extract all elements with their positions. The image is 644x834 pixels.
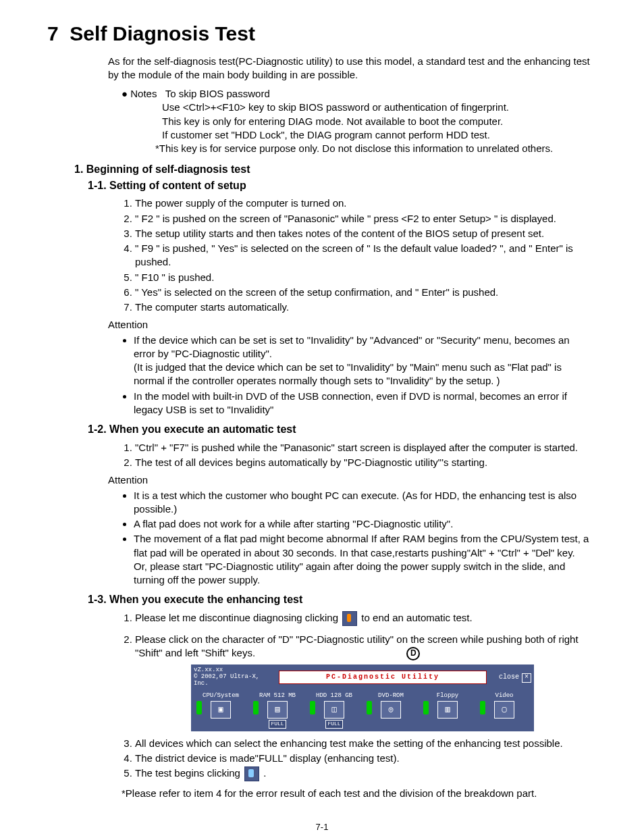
diag-device-item[interactable]: HDD 128 GB◫FULL — [307, 692, 361, 729]
diag-copyright: © 2002,07 Ultra-X, Inc. — [194, 674, 275, 687]
status-light-icon — [367, 701, 372, 714]
attention-label: Attention — [108, 318, 610, 332]
step-text: . — [263, 767, 266, 779]
notes-line: This key is only for entering DIAG mode.… — [162, 115, 603, 128]
attention-item: If the device which can be set is set to… — [134, 334, 590, 388]
notes-line: If customer set "HDD Lock", the DIAG pro… — [162, 128, 603, 142]
step-item: The computer starts automatically. — [135, 301, 590, 314]
page-number: 7-1 — [34, 821, 610, 833]
step-item: The test of all devices begins automatic… — [135, 456, 590, 469]
step-item: " F9 " is pushed, " Yes" is selected on … — [135, 242, 590, 269]
step-item: The district device is made"FULL" displa… — [135, 752, 590, 765]
step-item: " F2 " is pushed on the screen of "Panas… — [135, 212, 590, 226]
step-text: Please click on the character of "D" "PC… — [135, 633, 579, 658]
close-icon[interactable]: × — [522, 673, 531, 683]
diag-close-area: close× — [491, 673, 531, 683]
intro-paragraph: As for the self-diagnosis test(PC-Diagno… — [108, 55, 597, 82]
step-item: Please let me discontinue diagnosing cli… — [135, 611, 590, 626]
notes-line: *This key is for service purpose only. D… — [155, 142, 603, 155]
full-badge: FULL — [269, 720, 286, 729]
step-item: "Ctrl" + "F7" is pushed while the "Panas… — [135, 441, 590, 454]
diag-device-label: DVD-ROM — [364, 692, 418, 700]
notes-title: To skip BIOS password — [165, 88, 270, 99]
status-light-icon — [253, 701, 259, 714]
attention-label: Attention — [108, 473, 610, 487]
diag-device-item[interactable]: DVD-ROM◎ — [364, 692, 418, 729]
diag-device-item[interactable]: RAM 512 MB▤FULL — [250, 692, 304, 729]
full-badge: FULL — [325, 720, 342, 729]
diag-device-label: CPU/System — [194, 692, 248, 700]
chapter-heading: 7 Self Diagnosis Test — [47, 20, 610, 48]
status-light-icon — [480, 701, 485, 714]
step-item: " Yes" is selected on the screen of the … — [135, 286, 590, 299]
step-item: All devices which can select the enhanci… — [135, 737, 590, 750]
attention-item: In the model with built-in DVD of the US… — [134, 390, 590, 417]
diag-device-label: Video — [477, 692, 531, 700]
diag-device-label: Floppy — [421, 692, 475, 700]
status-light-icon — [196, 701, 202, 714]
step-item: The setup utility starts and then takes … — [135, 227, 590, 240]
section-1-3-heading: 1-3. When you execute the enhancing test — [88, 592, 610, 607]
step-item: Please click on the character of "D" "PC… — [135, 633, 590, 731]
steps-1-1: The power supply of the computer is turn… — [122, 197, 590, 314]
steps-1-2: "Ctrl" + "F7" is pushed while the "Panas… — [122, 441, 590, 470]
diag-device-item[interactable]: Video▢ — [477, 692, 531, 729]
diag-version-block: vZ.xx.xx © 2002,07 Ultra-X, Inc. — [194, 667, 275, 687]
step-text: to end an automatic test. — [361, 612, 472, 623]
diag-utility-panel: vZ.xx.xx © 2002,07 Ultra-X, Inc. PC-Diag… — [191, 664, 534, 731]
section-1-heading: 1. Beginning of self-diagnosis test — [74, 162, 610, 177]
diag-device-icon[interactable]: ▥ — [437, 701, 458, 719]
attention-item: It is a test which the customer who boug… — [134, 489, 590, 517]
attention-1-2: It is a test which the customer who boug… — [122, 489, 590, 588]
footnote: *Please refer to item 4 for the error re… — [122, 787, 610, 800]
step-text: Please let me discontinue diagnosing cli… — [135, 612, 338, 623]
notes-body: Use <Ctrl>+<F10> key to skip BIOS passwo… — [162, 101, 603, 155]
step-item: The power supply of the computer is turn… — [135, 197, 590, 210]
step-item: " F10 " is pushed. — [135, 271, 590, 284]
section-1-2-heading: 1-2. When you execute an automatic test — [88, 422, 610, 437]
notes-label: ● Notes — [122, 88, 157, 99]
diag-device-icon[interactable]: ◫ — [324, 701, 344, 719]
diag-device-item[interactable]: Floppy▥ — [421, 692, 475, 729]
diag-device-icon[interactable]: ▢ — [494, 701, 514, 719]
attention-item: The movement of a flat pad might become … — [134, 532, 590, 587]
d-marker-icon: D — [406, 647, 420, 660]
stop-icon[interactable] — [342, 611, 357, 626]
diag-device-label: RAM 512 MB — [250, 692, 304, 700]
steps-1-3: Please let me discontinue diagnosing cli… — [122, 611, 590, 781]
diag-device-label: HDD 128 GB — [307, 692, 361, 700]
step-item: The test begins clicking . — [135, 766, 590, 781]
attention-1-1: If the device which can be set is set to… — [122, 334, 590, 417]
attention-item: A flat pad does not work for a while aft… — [134, 517, 590, 531]
diag-title: PC-Diagnostic Utility — [279, 671, 487, 684]
run-icon[interactable] — [244, 766, 259, 781]
chapter-title: Self Diagnosis Test — [70, 22, 255, 45]
diag-device-icon[interactable]: ▤ — [267, 701, 288, 719]
step-text: The test begins clicking — [135, 767, 240, 779]
notes-line: Use <Ctrl>+<F10> key to skip BIOS passwo… — [162, 101, 603, 114]
section-1-1-heading: 1-1. Setting of content of setup — [88, 178, 610, 193]
diag-device-item[interactable]: CPU/System▣ — [194, 692, 248, 729]
close-label: close — [499, 673, 519, 681]
diag-device-icon[interactable]: ◎ — [381, 701, 401, 719]
diag-device-icon[interactable]: ▣ — [211, 701, 231, 719]
status-light-icon — [310, 701, 315, 714]
status-light-icon — [423, 701, 429, 714]
notes-block: ● Notes To skip BIOS password — [122, 87, 597, 101]
chapter-number: 7 — [47, 22, 59, 45]
